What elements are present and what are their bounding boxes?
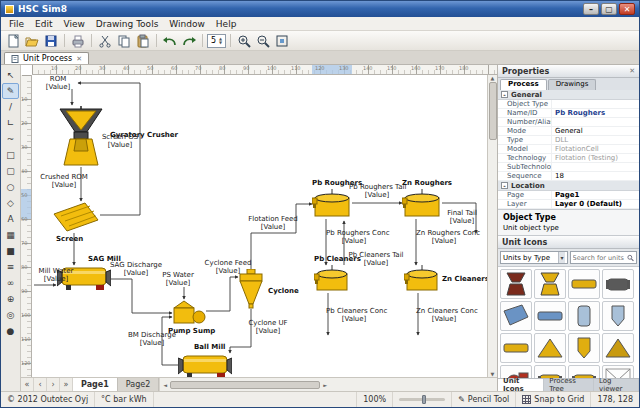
- menu-help[interactable]: Help: [211, 19, 242, 29]
- connector-tool[interactable]: ∞: [2, 275, 19, 291]
- scroll-right-icon[interactable]: ►: [320, 382, 330, 388]
- tab-drawings[interactable]: Drawings: [548, 79, 597, 90]
- zoom-spinner[interactable]: 5▲▼: [207, 34, 226, 48]
- active-tool-indicator[interactable]: ✎Pencil Tool: [451, 392, 515, 407]
- units-filter-dropdown[interactable]: Units by Type ▾: [500, 251, 568, 264]
- tab-unit-process[interactable]: Unit Process ✕: [4, 52, 89, 64]
- unit-icon-conveyor[interactable]: [568, 269, 600, 299]
- unit-search-box[interactable]: [570, 251, 638, 264]
- property-row-number-alias[interactable]: Number/Alias: [498, 118, 639, 127]
- menu-edit[interactable]: Edit: [30, 19, 57, 29]
- unit-icon-banana-screen[interactable]: [500, 301, 532, 331]
- unit-icon-bin[interactable]: [568, 333, 600, 363]
- properties-panel-header[interactable]: Properties ✕: [498, 65, 639, 78]
- property-row-object-type[interactable]: Object Type: [498, 100, 639, 109]
- property-row-subtechnology[interactable]: SubTechnology: [498, 163, 639, 172]
- unit-search-input[interactable]: [573, 254, 627, 262]
- scroll-up-icon[interactable]: ▲: [491, 75, 495, 81]
- property-row-layer[interactable]: LayerLayer 0 (Default): [498, 200, 639, 209]
- stream-line[interactable]: [206, 277, 238, 311]
- property-row-page[interactable]: PagePage1: [498, 191, 639, 200]
- zoom-slider-knob[interactable]: [422, 395, 426, 404]
- menu-window[interactable]: Window: [164, 19, 210, 29]
- panel-tab-log-viewer[interactable]: Log viewer: [594, 379, 639, 391]
- unit-icons-panel-header[interactable]: Unit Icons: [498, 236, 639, 249]
- save-button[interactable]: [42, 32, 60, 49]
- property-row-name-id[interactable]: Name/IDPb Roughers: [498, 109, 639, 118]
- fit-page-button[interactable]: [273, 32, 291, 49]
- title-bar[interactable]: HSC Sim8 – ▢ ✕: [1, 1, 639, 17]
- collapse-icon[interactable]: -: [501, 182, 508, 189]
- unit-icon-hopper[interactable]: [602, 333, 634, 363]
- unit-screen[interactable]: [52, 201, 100, 233]
- spin-down-icon[interactable]: ▼: [219, 41, 222, 45]
- paste-button[interactable]: [134, 32, 152, 49]
- unit-ball-mill[interactable]: [178, 353, 232, 377]
- unit-icon-cone-crusher[interactable]: [534, 269, 566, 299]
- unit-icon-feeder[interactable]: [500, 333, 532, 363]
- unit-pb-roughers[interactable]: [312, 189, 352, 219]
- unit-cyclone[interactable]: [238, 269, 264, 309]
- cut-button[interactable]: [96, 32, 114, 49]
- copy-button[interactable]: [115, 32, 133, 49]
- last-page-button[interactable]: »: [60, 378, 73, 391]
- color-tool[interactable]: ●: [2, 323, 19, 339]
- rectangle-tool[interactable]: □: [2, 147, 19, 163]
- collapse-icon[interactable]: -: [501, 91, 508, 98]
- unit-icon-tank[interactable]: [568, 301, 600, 331]
- zoom-out-button[interactable]: [254, 32, 272, 49]
- menu-view[interactable]: View: [59, 19, 90, 29]
- horizontal-scroll-thumb[interactable]: [170, 381, 320, 389]
- select-tool[interactable]: ↖: [2, 67, 19, 83]
- next-page-button[interactable]: ›: [47, 378, 60, 391]
- print-button[interactable]: [69, 32, 87, 49]
- polyline-tool[interactable]: ∟: [2, 115, 19, 131]
- first-page-button[interactable]: «: [21, 378, 34, 391]
- close-button[interactable]: ✕: [619, 3, 635, 15]
- property-row-technology[interactable]: TechnologyFlotation (Testing): [498, 154, 639, 163]
- undo-button[interactable]: [161, 32, 179, 49]
- property-row-sequence[interactable]: Sequence18: [498, 172, 639, 181]
- property-group-location[interactable]: -Location: [498, 181, 639, 191]
- property-group-general[interactable]: -General: [498, 90, 639, 100]
- polygon-tool[interactable]: ◇: [2, 195, 19, 211]
- snap-to-grid-toggle[interactable]: Snap to Grid: [515, 392, 590, 407]
- line-tool[interactable]: /: [2, 99, 19, 115]
- unit-pump-sump[interactable]: [172, 299, 206, 325]
- pencil-tool[interactable]: ✎: [2, 83, 19, 99]
- page-tab-page2[interactable]: Page2: [118, 378, 159, 391]
- text-tool[interactable]: A: [2, 211, 19, 227]
- property-row-mode[interactable]: ModeGeneral: [498, 127, 639, 136]
- panel-tab-process-tree[interactable]: Process Tree: [544, 379, 594, 391]
- vertical-scroll-thumb[interactable]: [489, 82, 497, 140]
- property-row-model[interactable]: ModelFlotationCell: [498, 145, 639, 154]
- ellipse-tool[interactable]: ○: [2, 179, 19, 195]
- stream-line[interactable]: [251, 204, 312, 269]
- rounded-rect-tool[interactable]: ▢: [2, 163, 19, 179]
- table-tool[interactable]: ▦: [2, 227, 19, 243]
- horizontal-scrollbar[interactable]: ◄►: [159, 378, 497, 391]
- menu-file[interactable]: File: [4, 19, 29, 29]
- unit-zn-cleaners[interactable]: [404, 265, 440, 293]
- maximize-button[interactable]: ▢: [601, 3, 617, 15]
- tab-close-icon[interactable]: ✕: [76, 55, 82, 63]
- unit-icon-stockpile[interactable]: [534, 333, 566, 363]
- flowsheet-canvas[interactable]: Gyratory CrusherScreenSAG MillPump SumpB…: [32, 75, 487, 377]
- vertical-scrollbar[interactable]: ▲ ▼: [487, 75, 497, 377]
- page-tab-page1[interactable]: Page1: [73, 378, 118, 391]
- zoom-in-button[interactable]: [235, 32, 253, 49]
- prev-page-button[interactable]: ‹: [34, 378, 47, 391]
- new-button[interactable]: [4, 32, 22, 49]
- redo-button[interactable]: [180, 32, 198, 49]
- menu-drawing-tools[interactable]: Drawing Tools: [91, 19, 163, 29]
- unit-pb-cleaners[interactable]: [314, 265, 350, 293]
- unit-icon-drum-scrubber[interactable]: [602, 269, 634, 299]
- zoom-tool[interactable]: ◎: [2, 307, 19, 323]
- curve-tool[interactable]: ~: [2, 131, 19, 147]
- panel-close-icon[interactable]: ✕: [629, 67, 635, 75]
- zoom-spinner-arrows[interactable]: ▲▼: [219, 37, 222, 45]
- anchor-tool[interactable]: ⊕: [2, 291, 19, 307]
- zoom-slider[interactable]: [392, 392, 451, 407]
- panel-tab-unit-icons[interactable]: Unit Icons: [498, 379, 544, 391]
- units-indicator[interactable]: °C bar kWh: [95, 392, 154, 407]
